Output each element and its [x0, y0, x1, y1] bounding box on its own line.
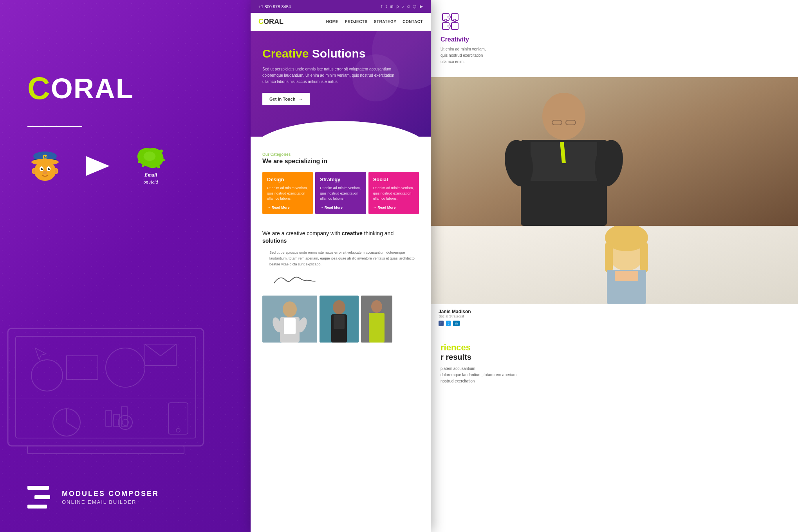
creativity-section: Creativity Ut enim ad minim veniam, quis…	[431, 0, 798, 77]
person-linkedin-icon[interactable]: in	[453, 321, 460, 326]
design-read-more[interactable]: → Read More	[267, 206, 308, 209]
experience-section: riences r results platem accusantium dol…	[431, 331, 798, 396]
svg-rect-78	[605, 242, 613, 273]
nav-links: HOME PROJECTS STRATEGY CONTACT	[326, 20, 423, 24]
team-photo-1	[262, 296, 317, 343]
emailonacid-text: Email on Acid	[144, 171, 158, 185]
svg-rect-54	[334, 315, 345, 329]
nav-link-projects[interactable]: PROJECTS	[345, 20, 368, 24]
svg-rect-63	[445, 19, 447, 22]
design-card-text: Ut enim ad minim veniam, quis nostrud ex…	[267, 186, 308, 202]
modules-title: MODULES COMPOSER	[62, 490, 159, 498]
instagram-icon-top[interactable]: ◎	[413, 4, 417, 9]
social-read-more[interactable]: → Read More	[373, 206, 414, 209]
about-section: We are a creative company with creative …	[251, 222, 431, 350]
facebook-icon-top[interactable]: f	[381, 4, 383, 9]
categories-title: We are specializing in	[262, 158, 419, 165]
social-card-title: Social	[373, 177, 414, 182]
svg-point-67	[542, 93, 585, 140]
about-body: Sed ut perspiciatis unde omnis iste natu…	[262, 250, 419, 268]
person-twitter-icon[interactable]: t	[446, 321, 451, 326]
strategy-card: Strategy Ut enim ad minim veniam, quis n…	[315, 172, 366, 214]
svg-rect-65	[448, 25, 450, 27]
svg-rect-5	[67, 356, 98, 379]
linkedin-icon-top[interactable]: in	[390, 4, 394, 9]
svg-point-38	[144, 151, 155, 161]
strategy-read-more[interactable]: → Read More	[320, 206, 361, 209]
social-icons-top: f t in p ♪ d ◎ ▶	[381, 4, 423, 9]
svg-point-41	[157, 165, 160, 168]
svg-marker-16	[35, 348, 46, 360]
logo-text: CORAL	[27, 70, 134, 106]
background-decoration	[0, 297, 223, 493]
svg-point-17	[118, 415, 132, 429]
modules-composer-section: MODULES COMPOSER ONLINE EMAIL BUILDER	[27, 486, 159, 509]
svg-point-44	[138, 161, 140, 163]
about-title: We are a creative company with creative …	[262, 230, 419, 245]
svg-point-40	[160, 150, 163, 153]
nav-link-contact[interactable]: CONTACT	[403, 20, 423, 24]
creativity-text-prefix: Ut enim ad minim veniam,	[441, 47, 486, 51]
modules-subtitle: ONLINE EMAIL BUILDER	[62, 499, 159, 505]
svg-rect-2	[27, 446, 184, 454]
svg-point-18	[122, 419, 128, 426]
integrations-row: M	[27, 146, 168, 185]
left-panel: CORAL	[0, 0, 251, 532]
get-in-touch-button[interactable]: Get In Touch →	[262, 93, 310, 105]
svg-point-4	[106, 348, 145, 387]
svg-rect-13	[121, 407, 127, 426]
our-categories-label: Our Categories	[262, 152, 419, 157]
modules-icon	[27, 486, 50, 509]
signature	[262, 273, 419, 289]
email-preview: +1 800 978 3454 f t in p ♪ d ◎ ▶ CORAL H…	[251, 0, 431, 532]
phone-number: +1 800 978 3454	[258, 4, 291, 9]
categories-section: Our Categories We are specializing in De…	[251, 137, 431, 222]
tiktok-icon-top[interactable]: ♪	[402, 4, 404, 9]
twitter-icon-top[interactable]: t	[386, 4, 387, 9]
svg-point-42	[142, 165, 144, 167]
nav-logo: CORAL	[258, 18, 283, 26]
mailchimp-logo: M	[27, 148, 63, 184]
woman-photo	[431, 226, 798, 304]
svg-rect-14	[168, 403, 188, 434]
svg-point-46	[283, 301, 297, 317]
youtube-icon-top[interactable]: ▶	[420, 4, 423, 9]
svg-rect-64	[454, 19, 456, 22]
team-photos-row	[262, 296, 419, 343]
team-photo-3	[361, 296, 392, 343]
logo-rest: ORAL	[51, 72, 134, 105]
design-card: Design Ut enim ad minim veniam, quis nos…	[262, 172, 313, 214]
nav-logo-rest: ORAL	[264, 18, 283, 26]
person-name: Janis Madison	[439, 309, 790, 314]
woman-section: Janis Madison Social Strategist f t in	[431, 226, 798, 331]
person-socials: f t in	[439, 321, 790, 326]
campaign-monitor-logo	[82, 154, 114, 178]
svg-point-33	[33, 169, 35, 173]
exp-title-dark: r results	[441, 353, 788, 362]
dribbble-icon-top[interactable]: d	[407, 4, 410, 9]
nav-link-home[interactable]: HOME	[326, 20, 339, 24]
brand-logo: CORAL	[27, 70, 134, 106]
social-card: Social Ut enim ad minim veniam, quis nos…	[368, 172, 419, 214]
svg-point-29	[49, 168, 50, 169]
right-panel: Creativity Ut enim ad minim veniam, quis…	[431, 0, 798, 532]
svg-point-52	[333, 300, 345, 314]
exp-body: platem accusantium doloremque laudantium…	[441, 366, 788, 384]
logo-divider	[27, 126, 82, 127]
svg-text:M: M	[44, 155, 47, 159]
person-facebook-icon[interactable]: f	[439, 321, 444, 326]
email-hero: Creative Solutions Sed ut perspiciatis u…	[251, 31, 431, 137]
social-card-text: Ut enim ad minim veniam, quis nostrud ex…	[373, 186, 414, 202]
svg-point-8	[53, 409, 80, 436]
logo-c-letter: C	[27, 70, 51, 106]
modules-text: MODULES COMPOSER ONLINE EMAIL BUILDER	[62, 490, 159, 505]
svg-point-39	[139, 150, 143, 154]
svg-rect-48	[284, 318, 296, 334]
svg-rect-0	[8, 328, 204, 446]
svg-rect-1	[16, 336, 196, 438]
man-photo	[431, 77, 798, 226]
email-nav: CORAL HOME PROJECTS STRATEGY CONTACT	[251, 13, 431, 31]
nav-link-strategy[interactable]: STRATEGY	[374, 20, 397, 24]
pinterest-icon-top[interactable]: p	[396, 4, 399, 9]
creativity-text: Ut enim ad minim veniam, quis nostrud ex…	[441, 46, 788, 65]
